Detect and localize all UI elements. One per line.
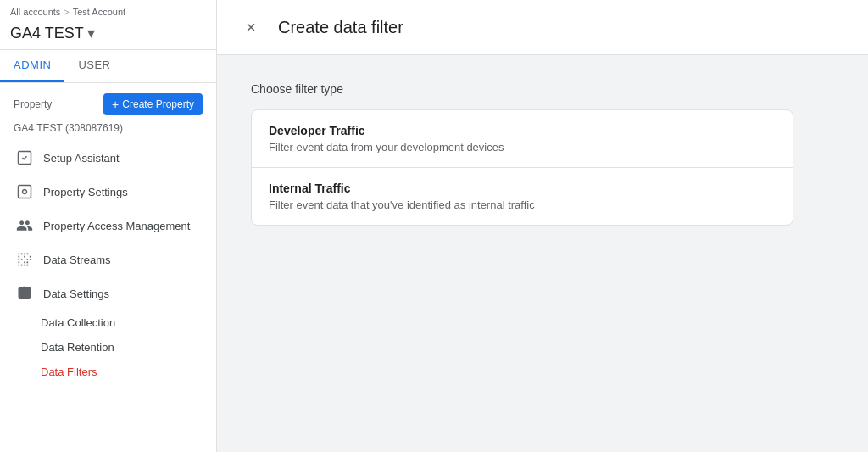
create-property-label: Create Property (122, 98, 194, 110)
plus-icon: + (112, 98, 119, 111)
people-icon (16, 217, 33, 234)
filter-option-internal-traffic[interactable]: Internal Traffic Filter event data that … (252, 168, 793, 225)
sidebar-item-property-settings[interactable]: Property Settings (0, 175, 216, 209)
internal-traffic-title: Internal Traffic (269, 181, 776, 195)
dialog-title: Create data filter (278, 18, 403, 37)
data-settings-icon (16, 285, 33, 302)
create-property-button[interactable]: + Create Property (103, 93, 203, 115)
property-label: Property (14, 98, 52, 110)
tabs-row: ADMIN USER (0, 50, 216, 83)
sidebar-item-data-streams[interactable]: Data Streams (0, 243, 216, 276)
sidebar-subitem-data-retention[interactable]: Data Retention (0, 335, 216, 360)
sidebar-subitem-data-filters[interactable]: Data Filters (0, 360, 216, 384)
filter-options-card: Developer Traffic Filter event data from… (251, 109, 793, 226)
svg-point-2 (23, 190, 27, 194)
svg-rect-1 (19, 186, 31, 198)
dialog-body: Choose filter type Developer Traffic Fil… (217, 55, 868, 452)
settings-square-icon (16, 183, 33, 200)
property-selector[interactable]: GA4 TEST ▾ (10, 20, 206, 46)
sidebar: All accounts > Test Account GA4 TEST ▾ A… (0, 0, 217, 452)
filter-type-label: Choose filter type (251, 82, 834, 96)
sidebar-subitem-data-collection[interactable]: Data Collection (0, 310, 216, 335)
property-selector-label: GA4 TEST (10, 25, 84, 42)
tab-admin[interactable]: ADMIN (0, 50, 64, 82)
dialog-close-button[interactable]: × (237, 14, 264, 41)
breadcrumb-separator: > (64, 7, 69, 17)
breadcrumb: All accounts > Test Account (10, 7, 206, 17)
breadcrumb-test-account[interactable]: Test Account (73, 7, 125, 17)
sidebar-item-property-access-label: Property Access Management (43, 220, 190, 232)
dialog-header: × Create data filter (217, 0, 868, 55)
sidebar-item-setup-assistant[interactable]: Setup Assistant (0, 141, 216, 175)
sidebar-item-property-access[interactable]: Property Access Management (0, 209, 216, 243)
developer-traffic-title: Developer Traffic (269, 124, 776, 137)
main-content: × Create data filter Choose filter type … (217, 0, 868, 452)
chevron-down-icon: ▾ (87, 24, 95, 42)
internal-traffic-desc: Filter event data that you've identified… (269, 198, 776, 211)
sidebar-item-property-settings-label: Property Settings (43, 186, 128, 198)
sidebar-top: All accounts > Test Account GA4 TEST ▾ (0, 0, 216, 50)
sidebar-item-setup-assistant-label: Setup Assistant (43, 152, 120, 165)
tab-user[interactable]: USER (64, 50, 124, 82)
property-section: Property + Create Property (0, 83, 216, 119)
sidebar-item-data-settings-label: Data Settings (43, 287, 109, 300)
property-name: GA4 TEST (308087619) (0, 119, 216, 141)
breadcrumb-all-accounts[interactable]: All accounts (10, 7, 60, 17)
sidebar-item-data-streams-label: Data Streams (43, 254, 110, 266)
sidebar-item-data-settings[interactable]: Data Settings (0, 276, 216, 310)
developer-traffic-desc: Filter event data from your development … (269, 141, 776, 153)
close-icon: × (246, 18, 256, 37)
filter-option-developer-traffic[interactable]: Developer Traffic Filter event data from… (252, 110, 793, 168)
check-box-icon (16, 149, 33, 166)
data-streams-icon (16, 251, 33, 268)
